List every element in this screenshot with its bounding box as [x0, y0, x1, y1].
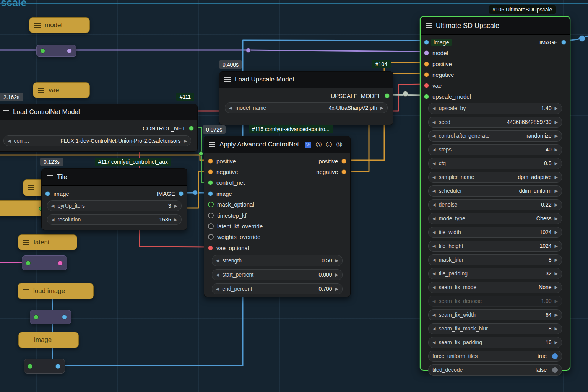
node-header[interactable]: Tile — [42, 169, 187, 186]
output-port[interactable] — [341, 169, 346, 174]
arrow-left-icon[interactable]: ◀ — [432, 299, 435, 304]
input-port[interactable] — [424, 40, 429, 45]
input-port[interactable] — [208, 213, 214, 218]
node-header[interactable]: Load ControlNet Model — [0, 104, 197, 120]
arrow-right-icon[interactable]: ▶ — [555, 299, 558, 304]
arrow-left-icon[interactable]: ◀ — [432, 340, 435, 345]
arrow-right-icon[interactable]: ▶ — [555, 257, 558, 262]
arrow-right-icon[interactable]: ▶ — [555, 340, 558, 345]
node-apply-advanced-controlnet[interactable]: Apply Advanced ControlNet ½ Ⓐ Ⓒ Ⓝ positi… — [204, 136, 351, 297]
arrow-left-icon[interactable]: ◀ — [432, 312, 435, 317]
arrow-right-icon[interactable]: ▶ — [555, 161, 558, 166]
output-port-control-net[interactable] — [189, 126, 194, 131]
reroute-dot-image-out[interactable] — [579, 35, 585, 42]
node-ultimate-sd-upscale[interactable]: Ultimate SD Upscale image model positive… — [420, 16, 570, 371]
output-port-image[interactable] — [179, 191, 184, 196]
arrow-left-icon[interactable]: ◀ — [432, 120, 435, 125]
arrow-right-icon[interactable]: ▶ — [555, 326, 558, 331]
reroute-node-image-a[interactable] — [30, 310, 71, 324]
arrow-right-icon[interactable]: ▶ — [555, 106, 558, 111]
output-port[interactable] — [55, 364, 60, 369]
collapsed-node-model[interactable]: model — [29, 17, 90, 33]
reroute-dot-image[interactable] — [193, 190, 198, 195]
input-port[interactable] — [424, 72, 429, 77]
widget-stepper[interactable]: ◀ tile_height 1024 ▶ — [428, 241, 562, 252]
arrow-left-icon[interactable]: ◀ — [432, 175, 435, 180]
input-port[interactable] — [424, 83, 429, 88]
input-port[interactable] — [208, 202, 214, 207]
widget-stepper[interactable]: ◀ steps 40 ▶ — [428, 144, 562, 155]
arrow-right-icon[interactable]: ▶ — [555, 312, 558, 317]
node-header[interactable]: Apply Advanced ControlNet ½ Ⓐ Ⓒ Ⓝ — [204, 136, 350, 153]
widget-stepper[interactable]: ◀ seam_fix_denoise 1.00 ▶ — [428, 296, 562, 307]
arrow-left-icon[interactable]: ◀ — [432, 216, 435, 221]
input-port-image[interactable] — [45, 191, 50, 196]
reroute-dot-controlnet[interactable] — [199, 151, 203, 156]
node-load-controlnet-model[interactable]: Load ControlNet Model CONTROL_NET ◀ con … — [0, 104, 198, 152]
widget-stepper[interactable]: ◀ tile_width 1024 ▶ — [428, 227, 562, 238]
output-port[interactable] — [341, 159, 346, 164]
input-port[interactable] — [208, 180, 213, 185]
menu-icon[interactable] — [47, 175, 53, 179]
node-header[interactable]: Ultimate SD Upscale — [421, 17, 570, 35]
widget-stepper[interactable]: ◀ start_percent 0.000 ▶ — [212, 269, 343, 280]
collapsed-node-load-image[interactable]: load image — [18, 283, 94, 299]
collapsed-node-image[interactable]: image — [18, 332, 79, 348]
arrow-right-icon[interactable]: ▶ — [555, 216, 558, 221]
widget-stepper[interactable]: ◀ sampler_name dpm_adaptive ▶ — [428, 172, 562, 183]
arrow-left-icon[interactable]: ◀ — [432, 202, 435, 207]
input-port[interactable] — [424, 94, 429, 99]
widget-stepper[interactable]: ◀ seam_fix_mode None ▶ — [428, 282, 562, 293]
arrow-right-icon[interactable]: ▶ — [380, 106, 383, 111]
arrow-right-icon[interactable]: ▶ — [555, 133, 558, 138]
output-port[interactable] — [58, 260, 63, 265]
widget-stepper[interactable]: ◀ denoise 0.22 ▶ — [428, 199, 562, 210]
arrow-left-icon[interactable]: ◀ — [51, 217, 54, 222]
widget-stepper[interactable]: ◀ scheduler ddim_uniform ▶ — [428, 185, 562, 197]
arrow-left-icon[interactable]: ◀ — [216, 286, 219, 291]
reroute-dot-model[interactable] — [246, 48, 251, 53]
input-port[interactable] — [208, 234, 214, 240]
widget-stepper[interactable]: ◀ pyrUp_iters 3 ▶ — [47, 200, 182, 211]
widget-stepper[interactable]: ◀ end_percent 0.700 ▶ — [212, 283, 343, 294]
arrow-left-icon[interactable]: ◀ — [432, 230, 435, 235]
menu-icon[interactable] — [3, 110, 9, 114]
widget-stepper[interactable]: ◀ strength 0.50 ▶ — [212, 255, 343, 266]
input-port[interactable] — [28, 364, 32, 369]
output-port[interactable] — [62, 315, 67, 320]
collapsed-node-vae[interactable]: vae — [33, 82, 90, 98]
widget-stepper[interactable]: ◀ seam_fix_padding 16 ▶ — [428, 337, 562, 348]
toggle-dot[interactable] — [552, 367, 558, 373]
widget-stepper[interactable]: ◀ upscale_by 1.40 ▶ — [428, 103, 562, 114]
widget-stepper[interactable]: ◀ mask_blur 8 ▶ — [428, 254, 562, 265]
reroute-node-image-b[interactable] — [24, 359, 65, 374]
input-port[interactable] — [208, 191, 213, 196]
arrow-right-icon[interactable]: ▶ — [174, 217, 177, 222]
node-header[interactable]: Load Upscale Model — [219, 72, 393, 88]
arrow-right-icon[interactable]: ▶ — [555, 271, 558, 276]
arrow-left-icon[interactable]: ◀ — [216, 258, 219, 263]
toggle-dot[interactable] — [552, 353, 558, 359]
arrow-right-icon[interactable]: ▶ — [555, 285, 558, 290]
input-port[interactable] — [208, 159, 213, 164]
arrow-right-icon[interactable]: ▶ — [335, 272, 338, 277]
node-load-upscale-model[interactable]: Load Upscale Model UPSCALE_MODEL ◀ model… — [219, 71, 393, 125]
comfyui-canvas[interactable]: scale model vae latent load image image — [0, 0, 588, 392]
input-port[interactable] — [34, 315, 39, 320]
input-port[interactable] — [424, 62, 429, 67]
reroute-node-model[interactable] — [36, 45, 76, 57]
widget-controlnet-name[interactable]: ◀ con … FLUX.1-dev-ControlNet-Union-Pro-… — [3, 135, 191, 146]
menu-icon[interactable] — [426, 23, 432, 28]
arrow-right-icon[interactable]: ▶ — [335, 286, 338, 291]
output-port-image[interactable] — [561, 40, 566, 45]
widget-stepper[interactable]: ◀ seam_fix_width 64 ▶ — [428, 309, 562, 320]
input-port[interactable] — [424, 50, 429, 55]
arrow-right-icon[interactable]: ▶ — [555, 202, 558, 207]
arrow-right-icon[interactable]: ▶ — [555, 244, 558, 249]
arrow-left-icon[interactable]: ◀ — [432, 244, 435, 249]
input-port[interactable] — [208, 169, 213, 174]
arrow-left-icon[interactable]: ◀ — [51, 203, 54, 208]
arrow-left-icon[interactable]: ◀ — [432, 285, 435, 290]
arrow-left-icon[interactable]: ◀ — [432, 189, 435, 194]
widget-stepper[interactable]: ◀ mode_type Chess ▶ — [428, 213, 562, 224]
